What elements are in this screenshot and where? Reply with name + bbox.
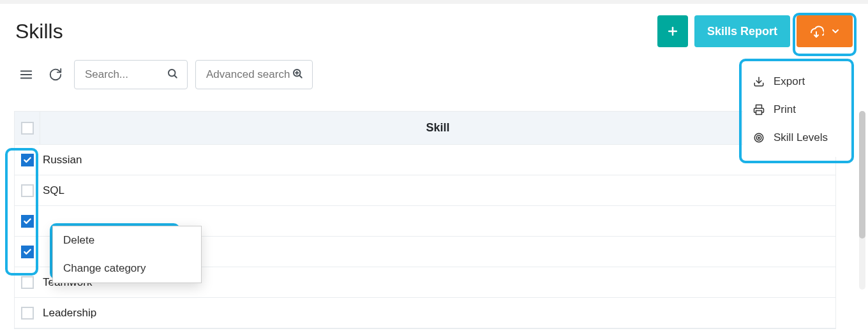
svg-line-8	[299, 75, 301, 77]
skill-cell: Leadership	[40, 307, 835, 320]
context-item-change-category[interactable]: Change category	[53, 254, 201, 283]
plus-icon	[666, 25, 679, 38]
context-item-label: Change category	[63, 262, 146, 274]
page-header: Skills Skills Report	[15, 15, 853, 47]
column-header-skill[interactable]: Skill	[40, 121, 835, 135]
window-top-strip	[0, 0, 868, 4]
refresh-button[interactable]	[45, 64, 66, 85]
more-actions-dropdown: Export Print Skill Levels	[743, 63, 850, 157]
vertical-scrollbar[interactable]	[859, 111, 865, 290]
table-row[interactable]: Leadership	[15, 298, 835, 328]
dropdown-item-export[interactable]: Export	[743, 68, 850, 96]
toolbar	[15, 60, 313, 89]
context-item-delete[interactable]: Delete	[53, 226, 201, 254]
row-checkbox[interactable]	[21, 307, 34, 320]
row-checkbox[interactable]	[21, 246, 34, 258]
hamburger-icon	[19, 68, 33, 82]
table-header: Skill	[15, 112, 835, 145]
header-checkbox-cell	[15, 112, 40, 144]
chevron-down-icon	[830, 26, 841, 36]
context-item-label: Delete	[63, 234, 94, 246]
advanced-search-icon[interactable]	[292, 68, 303, 82]
svg-line-6	[174, 75, 176, 77]
more-actions-button[interactable]	[797, 15, 853, 47]
skill-cell: Russian	[40, 154, 835, 166]
target-icon	[753, 132, 765, 143]
menu-button[interactable]	[15, 64, 37, 85]
scroll-thumb[interactable]	[859, 111, 865, 239]
svg-point-14	[756, 135, 761, 140]
dropdown-item-label: Print	[774, 103, 796, 116]
table-row[interactable]: SQL	[15, 175, 835, 206]
dropdown-item-label: Skill Levels	[774, 131, 828, 144]
skills-report-label: Skills Report	[707, 25, 777, 38]
select-all-checkbox[interactable]	[21, 122, 34, 135]
skill-cell: SQL	[40, 184, 835, 197]
page-title: Skills	[15, 20, 63, 43]
search-box[interactable]	[74, 60, 188, 89]
row-checkbox[interactable]	[21, 276, 34, 289]
dropdown-item-label: Export	[774, 75, 805, 88]
svg-rect-12	[756, 111, 762, 115]
cloud-sync-icon	[809, 24, 824, 39]
row-context-menu: Delete Change category	[52, 226, 202, 283]
print-icon	[753, 104, 765, 115]
skills-table: Skill Russian SQL Teamwork Leadership	[14, 111, 836, 329]
download-icon	[753, 76, 765, 87]
add-button[interactable]	[657, 15, 688, 47]
svg-point-13	[754, 133, 763, 142]
skills-report-button[interactable]: Skills Report	[694, 15, 790, 47]
row-checkbox[interactable]	[21, 215, 34, 228]
search-input[interactable]	[84, 68, 167, 82]
dropdown-item-print[interactable]: Print	[743, 96, 850, 124]
dropdown-item-skill-levels[interactable]: Skill Levels	[743, 124, 850, 152]
advanced-search-input[interactable]	[205, 68, 292, 82]
refresh-icon	[49, 68, 63, 82]
search-icon[interactable]	[167, 68, 178, 82]
row-checkbox[interactable]	[21, 154, 34, 166]
table-row[interactable]: Russian	[15, 145, 835, 175]
svg-point-15	[758, 137, 760, 138]
header-actions: Skills Report	[657, 15, 853, 47]
advanced-search-box[interactable]	[195, 60, 313, 89]
row-checkbox[interactable]	[21, 184, 34, 197]
